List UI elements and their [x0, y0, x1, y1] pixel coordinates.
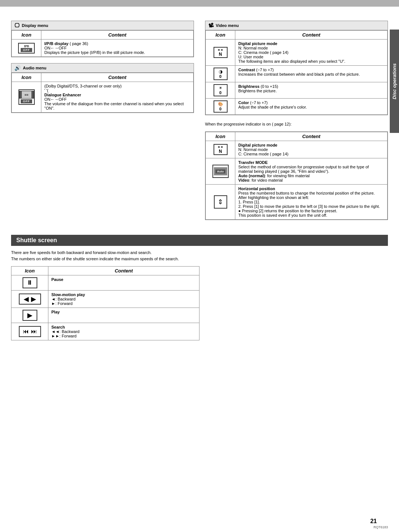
shuttle-content-slowmo: Slow-motion play ◄: Backward ►: Forward [48, 291, 200, 308]
shuttle-table: Icon Content ⏸ Pause [11, 266, 200, 340]
audio-menu-header: 🔊 Audio menu [11, 64, 194, 73]
slowmo-icon: ◀ ▶ [19, 294, 41, 305]
disc-operations-label: Disc operations [392, 63, 397, 99]
table-row: 🎨 0 Color (−7 to +7) Adjust the shade of… [206, 99, 388, 115]
search-icon: ⏮ ⏭ [19, 326, 41, 337]
audio-menu-icon: 🔊 [14, 65, 21, 71]
audio-col-icon: Icon [12, 73, 41, 82]
ipb-icon: IPB OFF [18, 43, 35, 54]
prog-col-icon: Icon [206, 132, 235, 141]
display-col-icon: Icon [12, 31, 41, 40]
brightness-icon: ☀ 0 [214, 84, 228, 96]
horizontal-position-icon: ⇕ [214, 195, 227, 209]
prog-content-transfer: Transfer MODE Select the method of conve… [235, 158, 388, 185]
table-row: ▶ Play [11, 308, 200, 323]
right-column: 📽 Video menu Icon Content [205, 21, 388, 220]
audio-content-cell: (Dolby Digital/DTS, 3-channel or over on… [41, 82, 194, 113]
play-icon: ▶ [23, 310, 37, 321]
table-row: ◑ 0 Contrast (−7 to +7) Increases the co… [206, 66, 388, 82]
audio-icon-cell: ≡≡ OFF [12, 82, 41, 113]
audio-menu-section: 🔊 Audio menu Icon Content [11, 63, 194, 113]
table-row: ◀ ▶ Slow-motion play ◄: Backward ►: Forw… [11, 291, 200, 308]
video-icon-cell-color: 🎨 0 [206, 99, 235, 115]
shuttle-content-play: Play [48, 308, 200, 323]
progressive-section: Icon Content ■ ■ N [205, 131, 388, 220]
shuttle-col-icon: Icon [11, 267, 48, 275]
contrast-icon: ◑ 0 [214, 68, 228, 80]
digital-picture-icon: ■ ■ N [214, 47, 228, 58]
video-menu-section: 📽 Video menu Icon Content [205, 21, 388, 115]
progressive-note: When the progressive indicator is on ( p… [205, 122, 388, 126]
top-bar [0, 0, 399, 7]
table-row: ≡≡ OFF (Dolby Digital/DTS, 3-channel or … [12, 82, 194, 113]
table-row: ☀ 0 Brightness (0 to +15) Brightens the … [206, 82, 388, 99]
shuttle-icon-cell-search: ⏮ ⏭ [11, 323, 48, 340]
table-row: ■ ■ N Digital picture mode N: Normal mod… [206, 141, 388, 158]
display-col-content: Content [41, 31, 194, 40]
model-number: RQT6183 [374, 525, 388, 529]
video-menu-table: Icon Content ■ ■ N [205, 30, 388, 115]
prog-col-content: Content [235, 132, 388, 141]
disc-operations-sidebar: Disc operations [390, 30, 399, 133]
page-number: 21 [370, 518, 377, 525]
progressive-note-text: When the progressive indicator is on ( p… [205, 122, 291, 126]
video-col-content: Content [235, 31, 388, 40]
progressive-table: Icon Content ■ ■ N [205, 132, 388, 220]
display-menu-title: Display menu [22, 23, 48, 28]
table-row: Auto Transfer MODE Select the method of … [206, 158, 388, 185]
shuttle-desc-1: There are five speeds for both backward … [11, 250, 151, 255]
audio-menu-title: Audio menu [23, 66, 47, 70]
audio-col-content: Content [41, 73, 194, 82]
video-menu-icon: 📽 [208, 23, 214, 28]
display-menu-icon: 🖵 [14, 23, 20, 28]
shuttle-screen-header: Shuttle screen [11, 235, 388, 246]
shuttle-screen-title: Shuttle screen [16, 237, 57, 243]
table-row: ⏮ ⏭ Search ◄◄: Backward ►►: Forward [11, 323, 200, 340]
shuttle-icon-cell-play: ▶ [11, 308, 48, 323]
prog-content-horiz: Horizontal position Press the numbered b… [235, 185, 388, 220]
video-content-color: Color (−7 to +7) Adjust the shade of the… [235, 99, 388, 115]
display-menu-section: 🖵 Display menu Icon Content [11, 21, 194, 57]
shuttle-desc-2: The numbers on either side of the shuttl… [11, 257, 179, 261]
audio-dialogue-icon: ≡≡ OFF [18, 89, 35, 105]
color-icon: 🎨 0 [214, 100, 228, 113]
shuttle-content-pause: Pause [48, 275, 200, 291]
video-icon-cell-contrast: ◑ 0 [206, 66, 235, 82]
shuttle-description: There are five speeds for both backward … [11, 250, 388, 262]
shuttle-icon-cell-slowmo: ◀ ▶ [11, 291, 48, 308]
pause-icon: ⏸ [23, 277, 37, 288]
prog-icon-cell-dpmode: ■ ■ N [206, 141, 235, 158]
table-row: ■ ■ N Digital picture mode N: Normal mod… [206, 40, 388, 66]
top-section: 🖵 Display menu Icon Content [11, 21, 388, 220]
prog-content-dpmode: Digital picture mode N: Normal mode C: C… [235, 141, 388, 158]
table-row: ⏸ Pause [11, 275, 200, 291]
audio-menu-table: Icon Content [11, 73, 194, 113]
video-content-brightness: Brightness (0 to +15) Brightens the pict… [235, 82, 388, 99]
prog-digital-picture-icon: ■ ■ N [214, 144, 228, 155]
table-row: IPB OFF I/P/B display ( page 36) ON←→OFF… [12, 40, 194, 57]
video-menu-title: Video menu [216, 23, 239, 28]
display-icon-cell: IPB OFF [12, 40, 41, 57]
transfer-mode-icon: Auto [212, 165, 229, 178]
display-content-cell: I/P/B display ( page 36) ON←→OFF Display… [41, 40, 194, 57]
video-content-contrast: Contrast (−7 to +7) Increases the contra… [235, 66, 388, 82]
shuttle-table-wrap: Icon Content ⏸ Pause [11, 266, 200, 340]
video-icon-cell-brightness: ☀ 0 [206, 82, 235, 99]
prog-icon-cell-horiz: ⇕ [206, 185, 235, 220]
video-icon-cell-dpmode: ■ ■ N [206, 40, 235, 66]
video-col-icon: Icon [206, 31, 235, 40]
left-column: 🖵 Display menu Icon Content [11, 21, 194, 220]
video-content-dpmode: Digital picture mode N: Normal mode C: C… [235, 40, 388, 66]
shuttle-col-content: Content [48, 267, 200, 275]
shuttle-content-search: Search ◄◄: Backward ►►: Forward [48, 323, 200, 340]
shuttle-screen-section: Shuttle screen There are five speeds for… [11, 235, 388, 340]
display-menu-table: Icon Content IPB OFF [11, 30, 194, 57]
table-row: ⇕ Horizontal position Press the numbered… [206, 185, 388, 220]
prog-icon-cell-transfer: Auto [206, 158, 235, 185]
shuttle-icon-cell-pause: ⏸ [11, 275, 48, 291]
display-menu-header: 🖵 Display menu [11, 21, 194, 30]
video-menu-header: 📽 Video menu [205, 21, 388, 30]
